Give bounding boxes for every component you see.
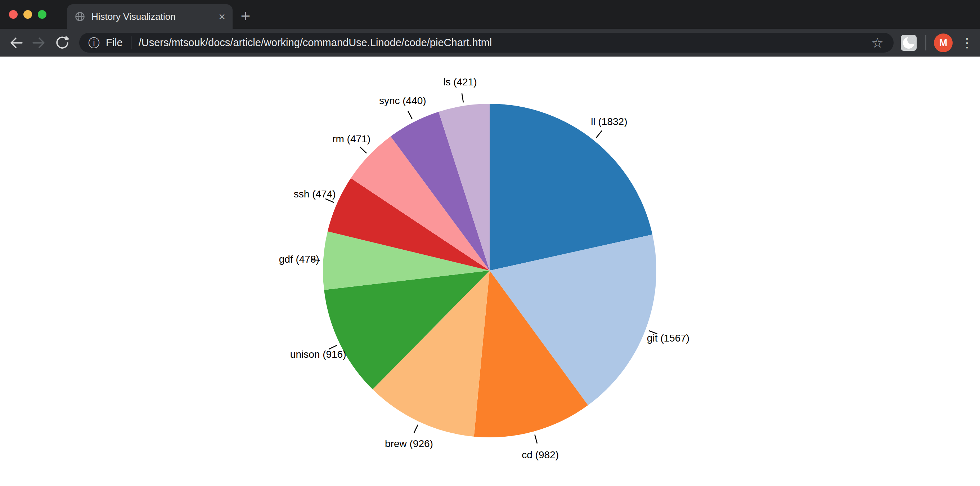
pie-chart: ll (1832)git (1567)cd (982)brew (926)uni…: [0, 57, 980, 486]
pie-slice-label: ssh (474): [294, 188, 336, 199]
back-button[interactable]: [7, 34, 25, 52]
pie-slice-label: rm (471): [332, 133, 371, 145]
pie-slice-label: unison (916): [290, 349, 346, 360]
pie-slice-label: ls (421): [443, 76, 477, 88]
url-text[interactable]: /Users/mtsouk/docs/article/working/comma…: [138, 37, 871, 49]
pie-slice-label: sync (440): [379, 95, 426, 106]
tab-close-icon[interactable]: ×: [218, 11, 225, 22]
browser-tab[interactable]: History Visualization ×: [67, 4, 232, 29]
pie-label-tick: [462, 93, 463, 102]
globe-favicon-icon: [75, 11, 85, 22]
pie-slice-label: cd (982): [522, 449, 559, 461]
reload-icon: [54, 35, 70, 51]
toolbar-divider: [925, 35, 926, 51]
forward-button[interactable]: [30, 34, 48, 52]
back-arrow-icon: [8, 35, 24, 51]
pie-slice-label: brew (926): [385, 438, 433, 449]
pie-label-tick: [360, 147, 366, 153]
pie-label-tick: [408, 111, 412, 119]
reload-button[interactable]: [53, 34, 71, 52]
window-close-button[interactable]: [9, 10, 18, 19]
tab-title: History Visualization: [91, 11, 218, 22]
forward-arrow-icon: [31, 35, 47, 51]
tab-strip: History Visualization × +: [0, 0, 980, 29]
browser-toolbar: ⓘ File /Users/mtsouk/docs/article/workin…: [0, 29, 980, 57]
pie-slice-label: gdf (478): [279, 253, 319, 265]
browser-menu-icon[interactable]: ⋮: [959, 34, 975, 52]
pie-label-tick: [535, 435, 537, 443]
window-zoom-button[interactable]: [38, 10, 46, 19]
new-tab-button[interactable]: +: [236, 6, 255, 25]
scheme-divider: [131, 37, 131, 49]
pie-label-tick: [596, 131, 602, 138]
url-scheme-label: File: [106, 37, 123, 49]
page-info-icon[interactable]: ⓘ: [88, 37, 100, 49]
bookmark-star-icon[interactable]: ☆: [871, 36, 883, 50]
address-bar[interactable]: ⓘ File /Users/mtsouk/docs/article/workin…: [79, 33, 894, 53]
page-content: ll (1832)git (1567)cd (982)brew (926)uni…: [0, 57, 980, 486]
pie-slice-label: ll (1832): [591, 116, 627, 127]
pie-slice-label: git (1567): [647, 333, 689, 344]
extension-icon: [903, 37, 915, 49]
window-minimize-button[interactable]: [24, 10, 32, 19]
profile-avatar[interactable]: M: [934, 33, 953, 52]
pie-label-tick: [414, 425, 418, 433]
extension-button[interactable]: [901, 35, 916, 51]
